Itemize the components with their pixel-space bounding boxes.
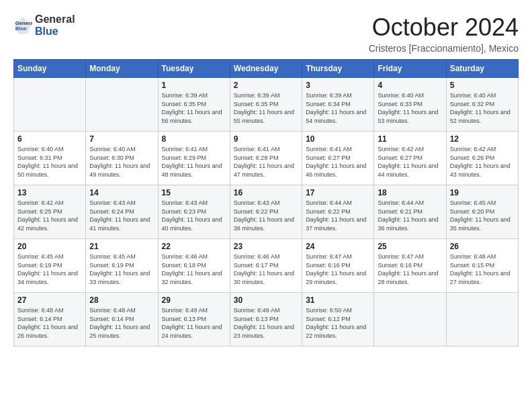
day-number: 23 (234, 242, 298, 251)
logo: General Blue General Blue (13, 13, 75, 37)
calendar-cell (86, 78, 158, 132)
calendar-cell: 6Sunrise: 6:40 AMSunset: 6:31 PMDaylight… (14, 132, 86, 185)
day-number: 28 (89, 295, 154, 305)
day-detail: Sunrise: 6:39 AMSunset: 6:35 PMDaylight:… (162, 91, 226, 125)
day-number: 3 (306, 81, 370, 90)
day-number: 14 (89, 188, 154, 197)
logo-text: General Blue (35, 13, 75, 37)
day-detail: Sunrise: 6:47 AMSunset: 6:16 PMDaylight:… (306, 253, 370, 286)
day-detail: Sunrise: 6:43 AMSunset: 6:22 PMDaylight:… (234, 199, 298, 232)
day-detail: Sunrise: 6:45 AMSunset: 6:19 PMDaylight:… (89, 253, 154, 286)
day-number: 8 (162, 134, 226, 144)
calendar-cell: 5Sunrise: 6:40 AMSunset: 6:32 PMDaylight… (446, 78, 518, 132)
day-detail: Sunrise: 6:44 AMSunset: 6:21 PMDaylight:… (378, 199, 442, 232)
day-number: 5 (450, 81, 515, 90)
day-number: 12 (450, 134, 515, 144)
day-number: 1 (162, 81, 226, 90)
calendar-cell: 27Sunrise: 6:48 AMSunset: 6:14 PMDayligh… (14, 293, 86, 347)
weekday-header-row: SundayMondayTuesdayWednesdayThursdayFrid… (14, 60, 519, 78)
title-block: October 2024 Cristeros [Fraccionamiento]… (369, 13, 519, 54)
day-number: 19 (450, 188, 515, 197)
day-detail: Sunrise: 6:42 AMSunset: 6:26 PMDaylight:… (450, 145, 515, 179)
day-detail: Sunrise: 6:49 AMSunset: 6:13 PMDaylight:… (234, 306, 298, 340)
day-number: 25 (378, 242, 442, 251)
calendar-cell (374, 293, 446, 347)
week-row-3: 13Sunrise: 6:42 AMSunset: 6:25 PMDayligh… (14, 185, 519, 239)
calendar-cell: 11Sunrise: 6:42 AMSunset: 6:27 PMDayligh… (374, 132, 446, 185)
calendar-cell: 7Sunrise: 6:40 AMSunset: 6:30 PMDaylight… (86, 132, 158, 185)
svg-text:Blue: Blue (15, 26, 27, 32)
calendar-cell: 2Sunrise: 6:39 AMSunset: 6:35 PMDaylight… (230, 78, 302, 132)
calendar-cell: 22Sunrise: 6:46 AMSunset: 6:18 PMDayligh… (158, 239, 230, 293)
calendar-cell: 17Sunrise: 6:44 AMSunset: 6:22 PMDayligh… (302, 185, 374, 239)
calendar-cell (446, 293, 518, 347)
day-detail: Sunrise: 6:40 AMSunset: 6:32 PMDaylight:… (450, 91, 515, 125)
day-number: 18 (378, 188, 442, 197)
calendar-cell: 15Sunrise: 6:43 AMSunset: 6:23 PMDayligh… (158, 185, 230, 239)
weekday-header-thursday: Thursday (302, 60, 374, 78)
calendar-cell: 10Sunrise: 6:41 AMSunset: 6:27 PMDayligh… (302, 132, 374, 185)
day-detail: Sunrise: 6:41 AMSunset: 6:27 PMDaylight:… (306, 145, 370, 179)
day-number: 31 (306, 295, 370, 305)
calendar-cell: 8Sunrise: 6:41 AMSunset: 6:29 PMDaylight… (158, 132, 230, 185)
page-header: General Blue General Blue October 2024 C… (13, 13, 519, 54)
day-number: 15 (162, 188, 226, 197)
calendar-cell: 20Sunrise: 6:45 AMSunset: 6:19 PMDayligh… (14, 239, 86, 293)
day-detail: Sunrise: 6:47 AMSunset: 6:16 PMDaylight:… (378, 253, 442, 286)
day-detail: Sunrise: 6:42 AMSunset: 6:27 PMDaylight:… (378, 145, 442, 179)
weekday-header-friday: Friday (374, 60, 446, 78)
calendar-cell: 12Sunrise: 6:42 AMSunset: 6:26 PMDayligh… (446, 132, 518, 185)
day-detail: Sunrise: 6:50 AMSunset: 6:12 PMDaylight:… (306, 306, 370, 340)
day-detail: Sunrise: 6:46 AMSunset: 6:17 PMDaylight:… (234, 253, 298, 286)
calendar-cell: 14Sunrise: 6:43 AMSunset: 6:24 PMDayligh… (86, 185, 158, 239)
calendar-cell: 26Sunrise: 6:48 AMSunset: 6:15 PMDayligh… (446, 239, 518, 293)
day-detail: Sunrise: 6:41 AMSunset: 6:28 PMDaylight:… (234, 145, 298, 179)
weekday-header-sunday: Sunday (14, 60, 86, 78)
calendar-cell (14, 78, 86, 132)
day-number: 22 (162, 242, 226, 251)
calendar-cell: 9Sunrise: 6:41 AMSunset: 6:28 PMDaylight… (230, 132, 302, 185)
calendar-cell: 31Sunrise: 6:50 AMSunset: 6:12 PMDayligh… (302, 293, 374, 347)
day-number: 11 (378, 134, 442, 144)
calendar-cell: 16Sunrise: 6:43 AMSunset: 6:22 PMDayligh… (230, 185, 302, 239)
calendar-cell: 24Sunrise: 6:47 AMSunset: 6:16 PMDayligh… (302, 239, 374, 293)
day-detail: Sunrise: 6:40 AMSunset: 6:30 PMDaylight:… (89, 145, 154, 179)
day-detail: Sunrise: 6:49 AMSunset: 6:13 PMDaylight:… (162, 306, 226, 340)
week-row-2: 6Sunrise: 6:40 AMSunset: 6:31 PMDaylight… (14, 132, 519, 185)
logo-icon: General Blue (13, 16, 32, 35)
day-number: 29 (162, 295, 226, 305)
day-detail: Sunrise: 6:48 AMSunset: 6:15 PMDaylight:… (450, 253, 515, 286)
day-number: 24 (306, 242, 370, 251)
svg-text:General: General (15, 19, 32, 26)
day-number: 7 (89, 134, 154, 144)
calendar-cell: 21Sunrise: 6:45 AMSunset: 6:19 PMDayligh… (86, 239, 158, 293)
calendar-table: SundayMondayTuesdayWednesdayThursdayFrid… (13, 59, 519, 347)
day-detail: Sunrise: 6:42 AMSunset: 6:25 PMDaylight:… (17, 199, 82, 232)
day-number: 26 (450, 242, 515, 251)
calendar-cell: 28Sunrise: 6:48 AMSunset: 6:14 PMDayligh… (86, 293, 158, 347)
calendar-cell: 18Sunrise: 6:44 AMSunset: 6:21 PMDayligh… (374, 185, 446, 239)
week-row-4: 20Sunrise: 6:45 AMSunset: 6:19 PMDayligh… (14, 239, 519, 293)
calendar-cell: 23Sunrise: 6:46 AMSunset: 6:17 PMDayligh… (230, 239, 302, 293)
day-number: 4 (378, 81, 442, 90)
day-detail: Sunrise: 6:45 AMSunset: 6:19 PMDaylight:… (17, 253, 82, 286)
week-row-5: 27Sunrise: 6:48 AMSunset: 6:14 PMDayligh… (14, 293, 519, 347)
day-number: 27 (17, 295, 82, 305)
week-row-1: 1Sunrise: 6:39 AMSunset: 6:35 PMDaylight… (14, 78, 519, 132)
day-detail: Sunrise: 6:45 AMSunset: 6:20 PMDaylight:… (450, 199, 515, 232)
month-title: October 2024 (369, 13, 519, 42)
day-detail: Sunrise: 6:40 AMSunset: 6:33 PMDaylight:… (378, 91, 442, 125)
calendar-cell: 30Sunrise: 6:49 AMSunset: 6:13 PMDayligh… (230, 293, 302, 347)
weekday-header-wednesday: Wednesday (230, 60, 302, 78)
calendar-cell: 1Sunrise: 6:39 AMSunset: 6:35 PMDaylight… (158, 78, 230, 132)
day-detail: Sunrise: 6:39 AMSunset: 6:34 PMDaylight:… (306, 91, 370, 125)
calendar-cell: 19Sunrise: 6:45 AMSunset: 6:20 PMDayligh… (446, 185, 518, 239)
day-detail: Sunrise: 6:41 AMSunset: 6:29 PMDaylight:… (162, 145, 226, 179)
logo-general: General (35, 13, 75, 25)
day-number: 30 (234, 295, 298, 305)
day-detail: Sunrise: 6:48 AMSunset: 6:14 PMDaylight:… (89, 306, 154, 340)
day-detail: Sunrise: 6:39 AMSunset: 6:35 PMDaylight:… (234, 91, 298, 125)
day-number: 9 (234, 134, 298, 144)
day-number: 6 (17, 134, 82, 144)
day-number: 2 (234, 81, 298, 90)
